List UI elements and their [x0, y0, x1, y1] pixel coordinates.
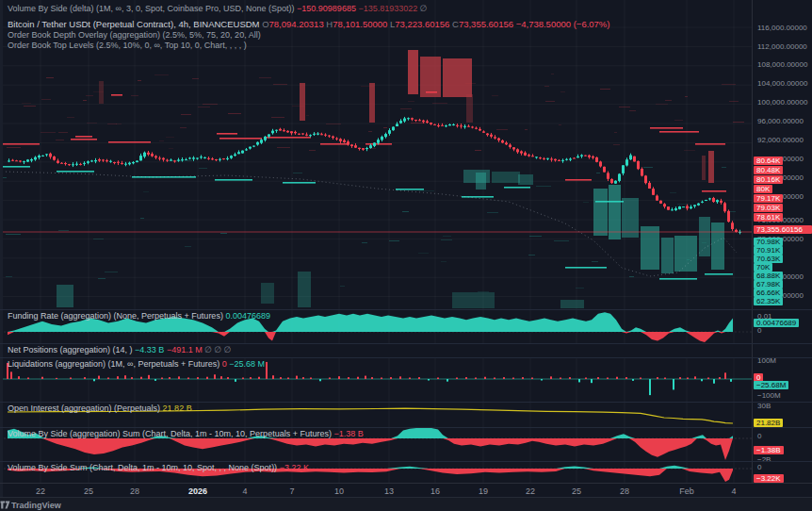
ask-level-badge: 78.61K	[754, 213, 783, 222]
low-value: 73,223.60156	[395, 19, 449, 29]
tradingview-logo[interactable]: TradingView	[11, 501, 61, 510]
tradingview-app: Volume By Side (delta) (1M, ∞, 3, 0, Spo…	[0, 0, 812, 511]
panel-value: 0.00476689	[225, 311, 270, 321]
panel-value-2: −25.68 M	[229, 359, 265, 369]
pane-left-edge	[0, 0, 3, 497]
time-axis-label: 22	[526, 486, 535, 496]
panel-label: Volume By Side (aggregation) Sum (Chart,…	[8, 429, 332, 438]
vbs-aggregation-sum-title[interactable]: Volume By Side (aggregation) Sum (Chart,…	[8, 429, 364, 438]
sub-axis-tick: 0	[757, 432, 761, 440]
legend-label: Volume By Side (delta) (1M, ∞, 3, 0, Spo…	[8, 4, 295, 13]
pane-separator[interactable]	[0, 343, 812, 344]
time-axis[interactable]: 22252820264710131619222528Feb4	[0, 483, 812, 498]
panel-value: 21.82 B	[163, 404, 192, 413]
legend-order-book-top-levels[interactable]: Order Book Top Levels (2.5%, 10%, 0, ∞, …	[8, 41, 247, 50]
legend-order-book-depth[interactable]: Order Book Depth Overlay (aggregation) (…	[8, 30, 261, 40]
last-price-badge: 73,355.60156	[754, 225, 812, 234]
liquidations-title[interactable]: Liquidations (aggregation) (1M, ∞, Perpe…	[8, 359, 265, 369]
bid-level-badge: 70K	[754, 263, 772, 272]
price-axis-label: 104,000.00000	[757, 79, 807, 88]
panel-label: Funding Rate (aggregation) (None, Perpet…	[8, 311, 223, 321]
price-axis-label: 108,000.00000	[757, 60, 807, 69]
symbol-title: Bitcoin / Tether USDt (Perpetual Contrac…	[8, 19, 260, 29]
price-axis[interactable]: 116,000.00000112,000.00000108,000.000001…	[752, 0, 812, 483]
time-axis-label: 7	[289, 486, 294, 496]
sub-axis-value-badge: 21.82B	[754, 419, 783, 427]
panel-value: −3.22 K	[280, 463, 309, 472]
sub-axis-value-badge: −25.68M	[754, 381, 788, 389]
tradingview-logo-text: TradingView	[11, 501, 61, 510]
time-axis-label: 16	[430, 486, 440, 496]
bid-level-badge: 70.91K	[754, 246, 783, 255]
price-axis-label: 116,000.00000	[757, 24, 807, 32]
ask-level-badge: 80.64K	[754, 157, 783, 165]
time-axis-label: 10	[334, 486, 344, 496]
vbs-spot-sum-title[interactable]: Volume By Side Sum (Chart, Delta, 1m - 1…	[8, 463, 309, 472]
pane-separator[interactable]	[0, 427, 812, 428]
panel-label: Liquidations (aggregation) (1M, ∞, Perpe…	[8, 359, 219, 369]
bid-level-badge: 66.66K	[754, 288, 783, 297]
panel-empty-markers: ∅ ∅ ∅	[204, 345, 232, 354]
sub-axis-tick: 0	[757, 326, 761, 335]
ask-level-badge: 80.48K	[754, 166, 783, 174]
close-label: C	[452, 19, 459, 29]
sub-axis-value-badge: −3.22K	[754, 474, 784, 483]
legend-value-2: −135.81933022	[358, 4, 417, 13]
tradingview-logo-icon	[0, 501, 10, 509]
pane-separator[interactable]	[0, 461, 812, 462]
legend-empty-marker: ∅	[420, 4, 428, 13]
panel-label: Net Positions (aggregation) (14, )	[8, 345, 133, 354]
price-axis-label: 92,000.00000	[757, 136, 804, 144]
ask-level-badge: 80K	[754, 185, 772, 193]
footer-bar: TradingView	[0, 497, 812, 511]
sub-axis-value-badge: −1.38B	[754, 446, 784, 454]
panel-value-2: −491.1 M	[167, 345, 203, 354]
net-positions-title[interactable]: Net Positions (aggregation) (14, ) −4.33…	[8, 345, 232, 354]
time-axis-label: 28	[620, 486, 629, 496]
price-axis-label: 96,000.00000	[757, 117, 804, 125]
time-axis-label: 22	[36, 486, 45, 496]
panel-value-1: −4.33 B	[135, 345, 164, 354]
open-label: O	[262, 19, 268, 29]
legend-symbol-row[interactable]: Bitcoin / Tether USDt (Perpetual Contrac…	[8, 19, 610, 29]
time-axis-label: 13	[384, 486, 394, 496]
sub-axis-value-badge: 0.00476689	[754, 319, 799, 327]
pane-separator[interactable]	[0, 402, 812, 403]
ask-level-badge: 79.17K	[754, 194, 783, 203]
legend-label: Order Book Top Levels (2.5%, 10%, 0, ∞, …	[8, 41, 247, 50]
sub-axis-tick: 0	[757, 463, 761, 471]
open-interest-title[interactable]: Open Interest (aggregation) (Perpetuals)…	[8, 404, 192, 413]
legend-value-1: −150.90989685	[297, 4, 356, 13]
close-value: 73,355.60156	[459, 19, 513, 29]
funding-rate-title[interactable]: Funding Rate (aggregation) (None, Perpet…	[8, 311, 270, 321]
ask-level-badge: 80.16K	[754, 175, 783, 184]
ask-level-badge: 79.03K	[754, 204, 783, 212]
time-axis-label: Feb	[679, 486, 694, 496]
time-axis-label: 2026	[188, 486, 207, 496]
sub-axis-tick: 30B	[757, 402, 771, 410]
time-axis-label: 28	[130, 486, 139, 496]
panel-label: Open Interest (aggregation) (Perpetuals)	[8, 404, 160, 413]
price-axis-label: 100,000.00000	[757, 98, 807, 107]
bid-level-badge: 67.98K	[754, 280, 783, 288]
panel-value: −1.38 B	[333, 429, 363, 438]
price-axis-label: 112,000.00000	[757, 42, 807, 51]
panel-value-1: 0	[222, 359, 227, 369]
time-axis-label: 25	[84, 486, 93, 496]
panel-label: Volume By Side Sum (Chart, Delta, 1m - 1…	[8, 463, 277, 472]
pane-separator[interactable]	[0, 357, 812, 358]
bid-level-badge: 62.35K	[754, 297, 783, 305]
high-value: 78,101.50000	[333, 19, 387, 29]
legend-volume-by-side-delta[interactable]: Volume By Side (delta) (1M, ∞, 3, 0, Spo…	[8, 4, 428, 13]
bid-level-badge: 70.98K	[754, 238, 783, 246]
bid-level-badge: 70.63K	[754, 255, 783, 263]
legend-label: Order Book Depth Overlay (aggregation) (…	[8, 30, 261, 40]
time-axis-label: 19	[479, 486, 488, 496]
time-axis-label: 4	[731, 486, 736, 496]
change-value: −4,738.50000 (−6.07%)	[516, 19, 610, 29]
sub-axis-tick: −100M	[757, 391, 781, 400]
time-axis-label: 25	[572, 486, 581, 496]
pane-separator[interactable]	[0, 309, 812, 310]
bid-level-badge: 68.88K	[754, 272, 783, 280]
open-value: 78,094.20313	[269, 19, 324, 29]
